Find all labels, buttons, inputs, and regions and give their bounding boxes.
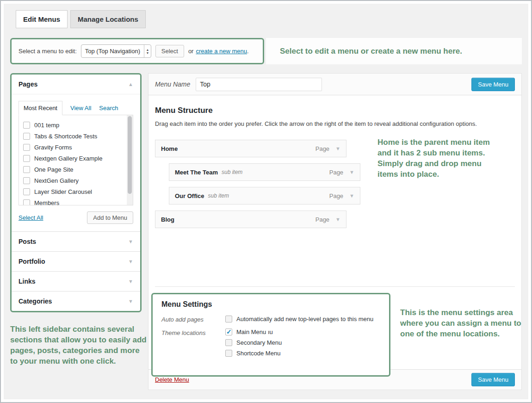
accordion-label: Categories <box>19 298 52 305</box>
chevron-up-icon[interactable]: ▲ <box>128 81 133 87</box>
menu-select-label: Select a menu to edit: <box>19 48 77 55</box>
period-text: . <box>247 48 249 55</box>
auto-add-label: Auto add pages <box>161 315 225 323</box>
accordion-portfolio[interactable]: Portfolio ▼ <box>12 251 140 271</box>
chevron-down-icon[interactable]: ▼ <box>335 217 340 222</box>
menu-item-meet-the-team[interactable]: Meet The Team sub item Page ▼ <box>169 163 360 181</box>
page-label: Gravity Forms <box>34 144 72 151</box>
menu-item-home[interactable]: Home Page ▼ <box>155 140 346 157</box>
location-label: Shortcode Menu <box>236 350 280 357</box>
select-all-link[interactable]: Select All <box>19 214 43 221</box>
scrollbar[interactable] <box>127 115 133 205</box>
list-item: NextGen Gallery <box>23 175 133 186</box>
page-checkbox[interactable] <box>23 133 30 140</box>
save-menu-button-top[interactable]: Save Menu <box>471 78 515 91</box>
chevron-down-icon[interactable]: ▼ <box>128 298 133 304</box>
tab-most-recent[interactable]: Most Recent <box>19 101 62 115</box>
page-checkbox[interactable] <box>23 177 30 184</box>
tab-search[interactable]: Search <box>99 101 118 115</box>
location-checkbox[interactable] <box>225 339 232 346</box>
menu-item-our-office[interactable]: Our Office sub item Page ▼ <box>169 187 360 205</box>
menu-item-label: Our Office <box>175 192 204 199</box>
accordion-categories[interactable]: Categories ▼ <box>12 291 140 311</box>
page-list: 001 temp Tabs & Shortcode Tests Gravity … <box>19 115 133 205</box>
auto-add-checkbox[interactable] <box>225 316 232 322</box>
pages-tabs: Most Recent View All Search <box>19 101 133 115</box>
settings-title: Menu Settings <box>161 300 380 309</box>
theme-locations-options: Main Menu ıu Secondary Menu Shortcode Me… <box>225 329 282 360</box>
screenshot-frame: Edit Menus Manage Locations Select a men… <box>0 0 532 403</box>
chevron-down-icon[interactable]: ▼ <box>128 239 133 244</box>
structure-title: Menu Structure <box>155 106 515 115</box>
annotation-sidebar: This left sidebar contains several secti… <box>10 324 148 366</box>
page-checkbox[interactable] <box>23 155 30 162</box>
page-checkbox[interactable] <box>23 199 30 206</box>
list-item: Tabs & Shortcode Tests <box>23 130 133 142</box>
delete-menu-link[interactable]: Delete Menu <box>155 376 189 383</box>
save-menu-button-bottom[interactable]: Save Menu <box>471 373 515 386</box>
tab-view-all[interactable]: View All <box>70 101 91 115</box>
menu-item-label: Meet The Team <box>175 169 218 176</box>
pages-body: Most Recent View All Search 001 temp Tab… <box>12 94 140 231</box>
page-checkbox[interactable] <box>23 166 30 173</box>
add-to-menu-button[interactable]: Add to Menu <box>87 211 133 224</box>
location-row-secondary-menu: Secondary Menu <box>225 339 282 346</box>
page-label: Tabs & Shortcode Tests <box>34 133 97 140</box>
create-new-menu-link[interactable]: create a new menu <box>196 48 247 55</box>
page-checkbox[interactable] <box>23 144 30 151</box>
list-item: One Page Site <box>23 164 133 175</box>
tab-manage-locations[interactable]: Manage Locations <box>70 10 146 28</box>
location-checkbox-checked[interactable] <box>225 329 232 335</box>
menu-select-value: Top (Top Navigation) <box>81 48 144 55</box>
or-text: or <box>188 48 194 55</box>
annotation-settings: This is the menu settings area where you… <box>400 307 528 339</box>
list-item: 001 temp <box>23 119 133 130</box>
auto-add-option-row: Automatically add new top-level pages to… <box>225 315 373 323</box>
annotation-structure: Home is the parent menu item and it has … <box>377 137 499 180</box>
pages-title: Pages <box>19 81 37 88</box>
page-label: Layer Slider Carousel <box>34 188 92 195</box>
page-label: 001 temp <box>34 122 59 129</box>
theme-locations-row: Theme locations Main Menu ıu Secondary M… <box>161 329 380 360</box>
chevron-down-icon[interactable]: ▼ <box>128 259 133 264</box>
settings-divider <box>155 286 515 287</box>
location-label: Main Menu ıu <box>236 329 273 335</box>
location-row-shortcode-menu: Shortcode Menu <box>225 350 282 357</box>
auto-add-option-label: Automatically add new top-level pages to… <box>236 316 373 322</box>
annotation-top: Select to edit a menu or create a new me… <box>280 46 462 56</box>
left-column: Pages ▲ Most Recent View All Search 001 … <box>10 73 142 366</box>
menu-item-sub-label: sub item <box>222 169 242 175</box>
chevron-down-icon[interactable]: ▼ <box>349 193 354 198</box>
menu-settings-box: Menu Settings Auto add pages Automatical… <box>151 293 390 377</box>
accordion-posts[interactable]: Posts ▼ <box>12 231 140 251</box>
menu-name-label: Menu Name <box>155 81 190 88</box>
main-columns: Pages ▲ Most Recent View All Search 001 … <box>10 73 522 390</box>
tab-edit-menus[interactable]: Edit Menus <box>16 10 68 28</box>
accordion-label: Links <box>19 278 36 285</box>
chevron-down-icon[interactable]: ▼ <box>349 169 354 175</box>
page-checkbox[interactable] <box>23 122 30 129</box>
menu-name-bar: Menu Name Save Menu <box>148 74 521 95</box>
structure-desc: Drag each item into the order you prefer… <box>155 120 515 127</box>
menu-name-input[interactable] <box>196 78 322 91</box>
page-label: NextGen Gallery <box>34 177 79 184</box>
pages-footer: Select All Add to Menu <box>19 211 133 224</box>
page-checkbox[interactable] <box>23 188 30 195</box>
wp-menus-page: Edit Menus Manage Locations Select a men… <box>4 4 528 399</box>
accordion-links[interactable]: Links ▼ <box>12 271 140 291</box>
chevron-down-icon[interactable]: ▼ <box>128 279 133 284</box>
list-item: Nextgen Gallery Example <box>23 153 133 164</box>
menu-item-type: Page <box>315 216 329 223</box>
location-checkbox[interactable] <box>225 350 232 357</box>
annotation-top-box: Select to edit a menu or create a new me… <box>266 38 522 64</box>
select-button[interactable]: Select <box>155 45 184 57</box>
pages-header[interactable]: Pages ▲ <box>12 74 140 94</box>
menu-item-type: Page <box>329 169 343 176</box>
page-label: Nextgen Gallery Example <box>34 155 102 162</box>
location-row-main-menu: Main Menu ıu <box>225 329 282 335</box>
page-label: Members <box>34 199 59 206</box>
menu-select-dropdown[interactable]: Top (Top Navigation) ▲▼ <box>81 44 151 58</box>
chevron-down-icon[interactable]: ▼ <box>335 146 340 151</box>
menu-item-blog[interactable]: Blog Page ▼ <box>155 211 346 228</box>
scrollbar-thumb[interactable] <box>128 116 132 194</box>
